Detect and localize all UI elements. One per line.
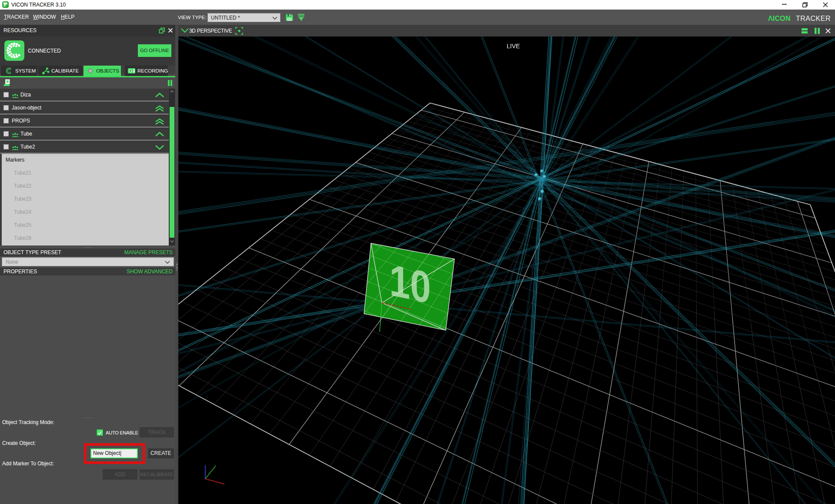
svg-text:LIVE: LIVE bbox=[507, 43, 520, 50]
svg-text:10: 10 bbox=[389, 255, 431, 313]
